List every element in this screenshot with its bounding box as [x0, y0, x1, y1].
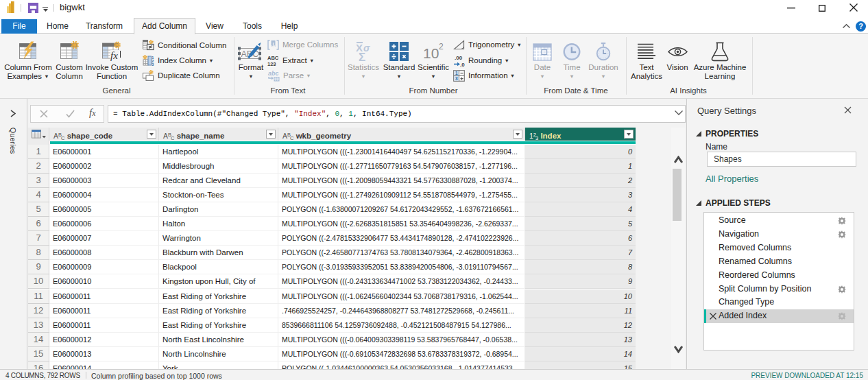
svg-text:3: 3	[152, 62, 154, 67]
svg-text:123: 123	[267, 61, 276, 67]
svg-text:fx: fx	[110, 50, 118, 61]
svg-text:3: 3	[455, 76, 458, 81]
svg-text:abc: abc	[268, 70, 279, 77]
svg-text:ABC: ABC	[267, 55, 279, 61]
svg-text:1: 1	[455, 71, 458, 75]
svg-text:10: 10	[423, 45, 439, 61]
svg-text:2: 2	[439, 42, 444, 51]
svg-text:.00: .00	[455, 55, 463, 61]
svg-text:.0: .0	[460, 62, 465, 67]
